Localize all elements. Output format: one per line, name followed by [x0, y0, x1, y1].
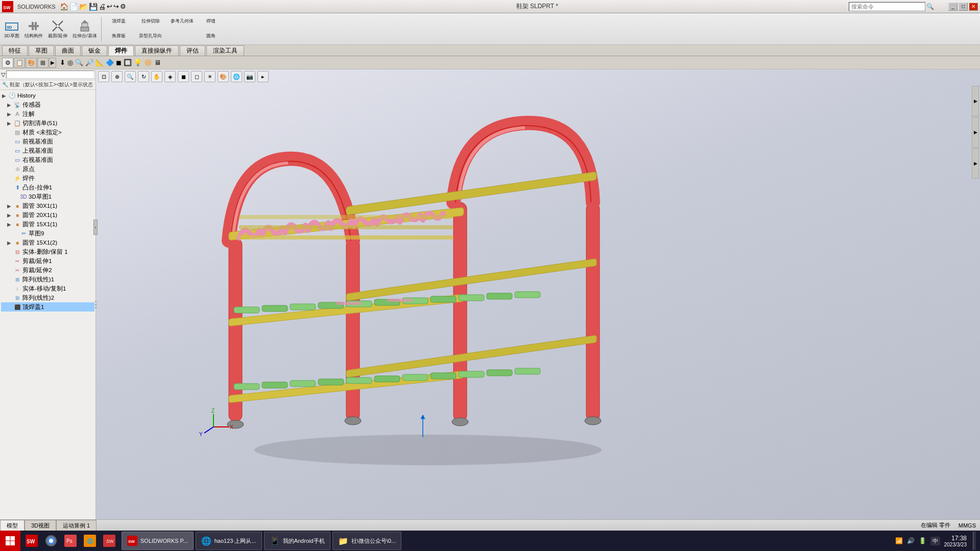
trim-button[interactable]: 裁剪/延伸 — [46, 15, 70, 43]
view-icon-4[interactable]: 🔎 — [85, 59, 93, 66]
tree-item-sketch9[interactable]: ✏ 草图9 — [1, 229, 94, 238]
right-tab-1[interactable]: ▶ — [972, 86, 979, 116]
vp-zoom-in[interactable]: ⊕ — [111, 71, 123, 82]
vp-scene[interactable]: 🌐 — [231, 71, 242, 82]
view-icon-6[interactable]: 🔷 — [106, 59, 114, 66]
tray-show-desktop[interactable] — [973, 532, 976, 550]
struct-button[interactable]: 结构构件 — [22, 15, 45, 43]
vp-display1[interactable]: ◈ — [164, 71, 176, 82]
tab-sheetmetal[interactable]: 钣金 — [82, 45, 107, 56]
right-tab-2[interactable]: ▶ — [972, 117, 979, 148]
tree-item-3dsketch1[interactable]: 3D 3D草图1 — [1, 192, 94, 201]
vp-camera[interactable]: 📷 — [244, 71, 255, 82]
options-icon[interactable]: ⚙ — [120, 3, 126, 10]
tab-evaluate[interactable]: 评估 — [180, 45, 205, 56]
close-button[interactable]: ✕ — [969, 3, 978, 11]
open-icon[interactable]: 📂 — [79, 3, 88, 11]
vp-light[interactable]: ☀ — [204, 71, 216, 82]
view-icon-2[interactable]: ◎ — [67, 59, 73, 66]
view-icon-1[interactable]: ⬇ — [60, 59, 65, 66]
tree-item-weld[interactable]: ⚡ 焊件 — [1, 174, 94, 183]
3d-sketch-button[interactable]: 3D 3D草图 — [2, 15, 21, 43]
minimize-button[interactable]: _ — [948, 3, 958, 11]
tree-item-boss-extrude[interactable]: ⬆ 凸台-拉伸1 — [1, 183, 94, 192]
tree-item-pattern1[interactable]: ⊞ 阵列(线性)1 — [1, 275, 94, 284]
view-icon-11[interactable]: 🖥 — [154, 59, 161, 66]
weld-button[interactable]: 焊缝 — [201, 15, 221, 28]
tree-item-pattern2[interactable]: ⊞ 阵列(线性)2 — [1, 293, 94, 302]
tab-render[interactable]: 渲染工具 — [206, 45, 244, 56]
vp-display3[interactable]: ◻ — [191, 71, 202, 82]
tree-item-solid-remove[interactable]: ⊟ 实体-删除/保留 1 — [1, 247, 94, 256]
tree-item-sensor[interactable]: ▶ 📡 传感器 — [1, 100, 94, 109]
extrude-cut-button[interactable]: 拉伸切除 — [135, 15, 166, 28]
lp-tab-custom[interactable]: ⊞ — [37, 58, 49, 68]
tab-feature[interactable]: 特征 — [2, 45, 28, 56]
lp-tab-props[interactable]: 📋 — [14, 58, 25, 68]
lp-tab-model[interactable]: ⚙ — [2, 58, 13, 68]
view-icon-10[interactable]: 🔆 — [144, 59, 152, 66]
lp-tab-arrow[interactable]: ▶ — [49, 58, 56, 68]
vp-appearance[interactable]: 🎨 — [218, 71, 229, 82]
taskbar-pin-1[interactable]: SW — [22, 532, 41, 550]
taskbar-android[interactable]: 📱 我的Android手机 — [264, 532, 330, 550]
vp-pan[interactable]: ✋ — [151, 71, 162, 82]
vp-rotate[interactable]: ↻ — [138, 71, 149, 82]
tree-item-pipe15a[interactable]: ▶ ■ 圆管 15X1(1) — [1, 220, 94, 229]
tab-surface[interactable]: 曲面 — [55, 45, 81, 56]
taskbar-pin-4[interactable]: 🌐 — [81, 532, 99, 550]
tab-weld[interactable]: 焊件 — [108, 45, 134, 56]
view-icon-5[interactable]: 📐 — [95, 59, 104, 66]
tab-direct[interactable]: 直接操纵件 — [135, 45, 179, 56]
panel-splitter[interactable] — [93, 69, 98, 540]
view-icon-8[interactable]: 🔲 — [124, 59, 132, 66]
tree-item-move-copy[interactable]: ↕ 实体-移动/复制1 — [1, 284, 94, 293]
tree-item-top-weld-cap[interactable]: ⬛ 顶焊盖1 — [1, 302, 94, 312]
search-input[interactable] — [849, 2, 925, 11]
home-icon[interactable]: 🏠 — [60, 3, 68, 11]
hole-wizard-button[interactable]: 异型孔导向 — [135, 30, 166, 43]
taskbar-pin-5[interactable]: SW — [100, 532, 118, 550]
lp-tab-appear[interactable]: 🎨 — [26, 58, 37, 68]
tree-item-pipe15b[interactable]: ▶ ■ 圆管 15X1(2) — [1, 238, 94, 247]
extrude-button[interactable]: 拉伸台/基体 — [70, 15, 99, 43]
status-tab-3dview[interactable]: 3D视图 — [25, 520, 56, 531]
save-icon[interactable]: 💾 — [89, 3, 98, 11]
vp-display2[interactable]: ◼ — [178, 71, 189, 82]
tree-item-front-plane[interactable]: ▭ 前视基准面 — [1, 137, 94, 146]
tree-item-annotation[interactable]: ▶ A 注解 — [1, 109, 94, 118]
3d-viewport[interactable]: ⊡ ⊕ 🔍 ↻ ✋ ◈ ◼ ◻ ☀ 🎨 🌐 📷 ▸ — [96, 69, 980, 540]
status-tab-model[interactable]: 模型 — [0, 520, 25, 531]
tree-item-pipe30[interactable]: ▶ ■ 圆管 30X1(1) — [1, 201, 94, 210]
tree-item-right-plane[interactable]: ▭ 右视基准面 — [1, 155, 94, 164]
taskbar-folder[interactable]: 📁 社\微信公众号\0... — [332, 532, 401, 550]
taskbar-pin-3[interactable]: Ps — [61, 532, 80, 550]
new-icon[interactable]: 📄 — [69, 3, 78, 11]
ref-geo-button[interactable]: 参考几何体 — [167, 15, 198, 28]
right-tab-3[interactable]: ▶ — [972, 148, 979, 179]
vp-zoom-fit[interactable]: ⊡ — [98, 71, 109, 82]
print-icon[interactable]: 🖨 — [99, 3, 106, 11]
tree-item-trim2[interactable]: ✂ 剪裁/延伸2 — [1, 266, 94, 275]
taskbar-solidworks[interactable]: SW SOLIDWORKS P... — [122, 532, 194, 550]
view-icon-9[interactable]: 💡 — [134, 59, 142, 66]
fillet-button[interactable]: 圆角 — [201, 30, 221, 43]
view-icon-3[interactable]: 🔍 — [75, 59, 83, 66]
tab-sketch[interactable]: 草图 — [29, 45, 54, 56]
tree-item-trim1[interactable]: ✂ 剪裁/延伸1 — [1, 256, 94, 266]
taskbar-browser[interactable]: 🌐 hao123·上网从... — [196, 532, 262, 550]
tree-item-pipe20[interactable]: ▶ ■ 圆管 20X1(1) — [1, 210, 94, 220]
gusset-button[interactable]: 角撑板 — [104, 30, 134, 43]
vp-zoom-area[interactable]: 🔍 — [125, 71, 136, 82]
status-tab-motion[interactable]: 运动算例 1 — [56, 520, 97, 531]
view-icon-7[interactable]: ◼ — [116, 59, 122, 66]
windows-start-button[interactable] — [0, 531, 20, 551]
tree-item-origin[interactable]: ⊕ 原点 — [1, 164, 94, 174]
filter-input[interactable] — [6, 70, 94, 79]
tree-item-material[interactable]: ▤ 材质 <未指定> — [1, 128, 94, 137]
tree-item-top-plane[interactable]: ▭ 上视基准面 — [1, 146, 94, 155]
taskbar-pin-2[interactable] — [42, 532, 60, 550]
tree-item-cutlist[interactable]: ▶ 📋 切割清单(51) — [1, 118, 94, 128]
search-icon[interactable]: 🔍 — [926, 3, 934, 10]
redo-icon[interactable]: ↪ — [113, 3, 119, 10]
